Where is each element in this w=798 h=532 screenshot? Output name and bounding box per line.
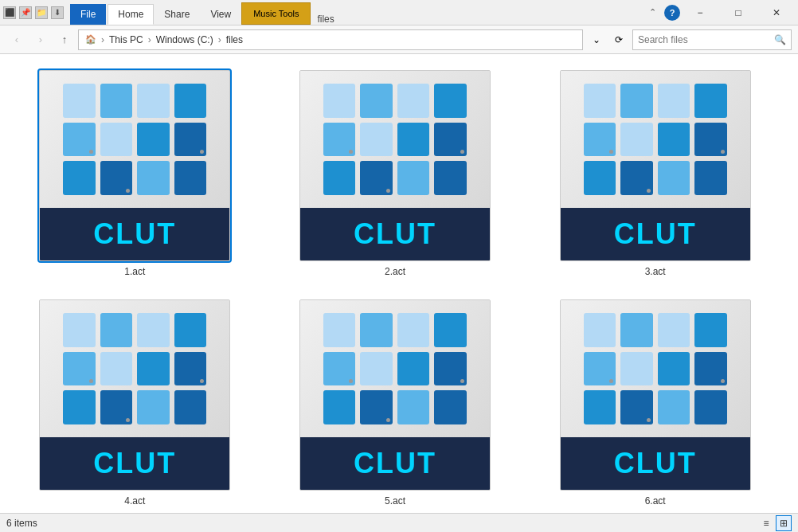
file-icon-top: [561, 300, 750, 437]
tab-share[interactable]: Share: [154, 4, 200, 25]
path-this-pc[interactable]: This PC: [109, 34, 143, 45]
clut-grid: [63, 313, 206, 424]
file-icon-6: CLUT: [560, 299, 751, 491]
clut-cell: [63, 123, 96, 157]
folder-icon[interactable]: 📁: [35, 6, 48, 19]
clut-cell: [658, 352, 690, 386]
clut-cell: [137, 313, 170, 347]
clut-cell: [100, 161, 133, 195]
clut-cell: [397, 123, 430, 157]
clut-cell: [63, 161, 96, 195]
view-controls: ≡ ⊞: [758, 515, 792, 531]
file-icon-bottom: CLUT: [300, 208, 490, 260]
clut-cell: [397, 313, 430, 347]
file-icon-top: [40, 71, 229, 208]
search-box[interactable]: 🔍: [632, 29, 792, 50]
file-icon-2: CLUT: [299, 70, 491, 261]
quick-access-icon[interactable]: ⬇: [51, 6, 64, 19]
clut-cell: [323, 313, 356, 347]
status-bar: 6 items ≡ ⊞: [0, 513, 798, 532]
file-icon-1: CLUT: [39, 70, 230, 261]
clut-cell: [658, 313, 690, 347]
item-count: 6 items: [6, 518, 37, 529]
title-tabs: File Home Share View Music Tools files: [70, 0, 646, 25]
file-icon-bottom: CLUT: [300, 437, 490, 490]
clut-cell: [620, 84, 653, 118]
expand-ribbon-icon[interactable]: ⌃: [646, 7, 659, 18]
tab-home[interactable]: Home: [108, 4, 154, 25]
clut-cell: [360, 161, 393, 195]
file-name: 3.act: [645, 266, 666, 277]
clut-cell: [63, 84, 96, 118]
clut-cell: [360, 313, 393, 347]
clut-grid: [584, 84, 727, 195]
clut-cell: [584, 313, 616, 347]
dropdown-button[interactable]: ⌄: [586, 29, 607, 50]
list-item[interactable]: CLUT 6.act: [533, 296, 777, 510]
address-path[interactable]: 🏠 › This PC › Windows (C:) › files: [78, 29, 583, 50]
list-view-button[interactable]: ≡: [758, 515, 774, 531]
grid-view-button[interactable]: ⊞: [776, 515, 792, 531]
clut-cell: [360, 84, 393, 118]
file-icon-top: [300, 300, 490, 437]
clut-cell: [694, 352, 727, 386]
clut-cell: [100, 84, 133, 118]
clut-cell: [658, 161, 690, 195]
clut-cell: [137, 161, 170, 195]
clut-cell: [63, 352, 96, 386]
clut-cell: [584, 352, 616, 386]
clut-cell: [434, 161, 467, 195]
file-tab[interactable]: File: [70, 4, 106, 25]
refresh-button[interactable]: ⟳: [608, 29, 629, 50]
clut-label: CLUT: [93, 447, 176, 480]
maximize-button[interactable]: □: [720, 0, 757, 25]
tab-view[interactable]: View: [200, 4, 241, 25]
minimize-button[interactable]: −: [682, 0, 718, 25]
file-icon-5: CLUT: [299, 299, 491, 491]
clut-cell: [137, 84, 170, 118]
up-button[interactable]: ↑: [54, 29, 75, 50]
clut-cell: [620, 313, 653, 347]
clut-grid: [63, 84, 206, 195]
clut-cell: [434, 390, 467, 424]
search-input[interactable]: [638, 34, 771, 45]
clut-cell: [434, 313, 467, 347]
file-icon-top: [561, 71, 750, 208]
clut-cell: [620, 123, 653, 157]
back-button[interactable]: ‹: [6, 29, 27, 50]
file-icon-bottom: CLUT: [561, 208, 750, 260]
list-item[interactable]: CLUT 4.act: [13, 296, 257, 510]
path-files[interactable]: files: [226, 34, 243, 45]
file-name: 5.act: [385, 495, 405, 507]
title-bar: ⬛ 📌 📁 ⬇ File Home Share View Music Tools…: [0, 0, 798, 25]
clut-cell: [584, 390, 616, 424]
clut-cell: [694, 313, 727, 347]
clut-cell: [434, 352, 467, 386]
clut-cell: [658, 390, 690, 424]
clut-cell: [397, 390, 430, 424]
list-item[interactable]: CLUT 2.act: [273, 67, 518, 280]
window-controls-area: ⌃ ? − □ ✕: [646, 0, 795, 25]
clut-cell: [100, 390, 133, 424]
list-item[interactable]: CLUT 1.act: [13, 67, 257, 280]
file-icon-top: [40, 300, 229, 437]
clut-cell: [174, 313, 207, 347]
help-button[interactable]: ?: [664, 5, 680, 21]
path-windows-c[interactable]: Windows (C:): [156, 34, 213, 45]
clut-cell: [620, 161, 653, 195]
clut-grid: [323, 84, 467, 195]
system-icon: ⬛: [3, 6, 16, 19]
clut-cell: [100, 123, 133, 157]
clut-cell: [323, 390, 356, 424]
file-icon-top: [300, 71, 490, 208]
forward-button[interactable]: ›: [30, 29, 51, 50]
list-item[interactable]: CLUT 3.act: [533, 67, 777, 280]
list-item[interactable]: CLUT 5.act: [273, 296, 518, 510]
tab-music-tools[interactable]: Music Tools: [241, 2, 311, 25]
clut-cell: [694, 84, 727, 118]
file-name: 1.act: [124, 266, 145, 277]
close-button[interactable]: ✕: [758, 0, 795, 25]
pin-icon[interactable]: 📌: [19, 6, 32, 19]
clut-cell: [174, 84, 207, 118]
clut-cell: [584, 123, 616, 157]
